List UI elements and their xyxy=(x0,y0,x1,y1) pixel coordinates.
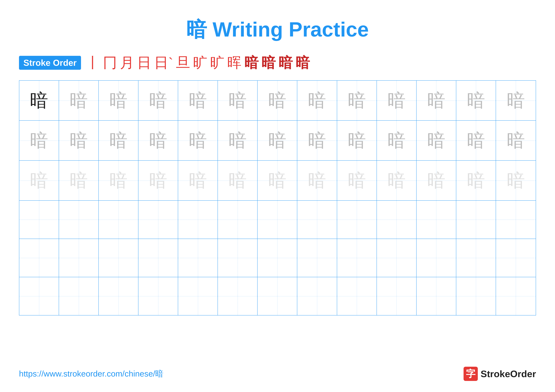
cell-3-8: 暗 xyxy=(297,161,337,200)
cell-1-3: 暗 xyxy=(99,81,139,120)
cell-1-13: 暗 xyxy=(496,81,536,120)
cell-4-7[interactable] xyxy=(258,201,297,239)
footer: https://www.strokeorder.com/chinese/暗 字 … xyxy=(19,367,536,381)
cell-2-5: 暗 xyxy=(178,121,218,160)
cell-5-9[interactable] xyxy=(337,239,377,277)
cell-4-2[interactable] xyxy=(59,201,99,239)
cell-3-7: 暗 xyxy=(258,161,297,200)
stroke-7: 旷 xyxy=(193,53,207,72)
cell-5-8[interactable] xyxy=(297,239,337,277)
grid-row-3: 暗 暗 暗 暗 暗 暗 暗 暗 暗 暗 暗 暗 暗 xyxy=(19,161,536,201)
stroke-order-row: Stroke Order 丨 冂 月 日 日` 旦 旷 旷 晖 暗 暗 暗 暗 xyxy=(19,53,536,72)
char-dark: 暗 xyxy=(30,88,48,113)
cell-5-10[interactable] xyxy=(377,239,416,277)
cell-4-3[interactable] xyxy=(99,201,139,239)
cell-1-10: 暗 xyxy=(377,81,416,120)
cell-1-12: 暗 xyxy=(456,81,496,120)
cell-6-6[interactable] xyxy=(218,277,258,315)
cell-2-1: 暗 xyxy=(19,121,59,160)
stroke-4: 日 xyxy=(137,53,151,72)
cell-6-9[interactable] xyxy=(337,277,377,315)
stroke-3: 月 xyxy=(120,53,134,72)
cell-6-3[interactable] xyxy=(99,277,139,315)
cell-3-5: 暗 xyxy=(178,161,218,200)
cell-1-2: 暗 xyxy=(59,81,99,120)
stroke-12: 暗 xyxy=(278,53,293,72)
cell-1-1: 暗 xyxy=(19,81,59,120)
cell-5-7[interactable] xyxy=(258,239,297,277)
practice-grid: 暗 暗 暗 暗 暗 暗 暗 暗 暗 暗 暗 暗 暗 暗 暗 暗 暗 暗 暗 暗 … xyxy=(19,80,536,315)
strokeorder-icon: 字 xyxy=(464,367,478,381)
grid-row-6 xyxy=(19,277,536,315)
cell-5-11[interactable] xyxy=(416,239,456,277)
cell-4-5[interactable] xyxy=(178,201,218,239)
grid-row-5 xyxy=(19,239,536,277)
footer-logo-text: StrokeOrder xyxy=(481,368,536,379)
cell-2-11: 暗 xyxy=(416,121,456,160)
cell-6-12[interactable] xyxy=(456,277,496,315)
cell-4-9[interactable] xyxy=(337,201,377,239)
stroke-order-badge: Stroke Order xyxy=(19,56,81,70)
cell-3-3: 暗 xyxy=(99,161,139,200)
cell-4-13[interactable] xyxy=(496,201,536,239)
cell-2-3: 暗 xyxy=(99,121,139,160)
grid-row-1: 暗 暗 暗 暗 暗 暗 暗 暗 暗 暗 暗 暗 暗 xyxy=(19,81,536,121)
cell-3-4: 暗 xyxy=(139,161,178,200)
cell-6-11[interactable] xyxy=(416,277,456,315)
cell-1-11: 暗 xyxy=(416,81,456,120)
cell-2-13: 暗 xyxy=(496,121,536,160)
cell-6-2[interactable] xyxy=(59,277,99,315)
cell-6-13[interactable] xyxy=(496,277,536,315)
cell-4-8[interactable] xyxy=(297,201,337,239)
cell-5-6[interactable] xyxy=(218,239,258,277)
cell-1-7: 暗 xyxy=(258,81,297,120)
cell-3-10: 暗 xyxy=(377,161,416,200)
cell-2-2: 暗 xyxy=(59,121,99,160)
cell-1-8: 暗 xyxy=(297,81,337,120)
cell-1-5: 暗 xyxy=(178,81,218,120)
cell-6-7[interactable] xyxy=(258,277,297,315)
cell-5-12[interactable] xyxy=(456,239,496,277)
cell-4-11[interactable] xyxy=(416,201,456,239)
cell-6-4[interactable] xyxy=(139,277,178,315)
stroke-10: 暗 xyxy=(244,53,258,72)
cell-6-10[interactable] xyxy=(377,277,416,315)
footer-logo: 字 StrokeOrder xyxy=(464,367,536,381)
cell-3-11: 暗 xyxy=(416,161,456,200)
cell-2-7: 暗 xyxy=(258,121,297,160)
footer-url: https://www.strokeorder.com/chinese/暗 xyxy=(19,368,163,379)
cell-1-6: 暗 xyxy=(218,81,258,120)
stroke-6: 旦 xyxy=(176,53,190,72)
cell-2-6: 暗 xyxy=(218,121,258,160)
stroke-1: 丨 xyxy=(86,53,100,72)
cell-5-1[interactable] xyxy=(19,239,59,277)
cell-5-5[interactable] xyxy=(178,239,218,277)
stroke-5: 日` xyxy=(154,53,173,72)
cell-4-10[interactable] xyxy=(377,201,416,239)
cell-3-6: 暗 xyxy=(218,161,258,200)
cell-4-4[interactable] xyxy=(139,201,178,239)
grid-row-2: 暗 暗 暗 暗 暗 暗 暗 暗 暗 暗 暗 暗 暗 xyxy=(19,121,536,161)
cell-1-9: 暗 xyxy=(337,81,377,120)
stroke-13: 暗 xyxy=(296,53,310,72)
cell-4-1[interactable] xyxy=(19,201,59,239)
stroke-11: 暗 xyxy=(261,53,276,72)
cell-5-3[interactable] xyxy=(99,239,139,277)
cell-1-4: 暗 xyxy=(139,81,178,120)
cell-6-8[interactable] xyxy=(297,277,337,315)
cell-2-4: 暗 xyxy=(139,121,178,160)
cell-5-13[interactable] xyxy=(496,239,536,277)
cell-3-1: 暗 xyxy=(19,161,59,200)
cell-2-9: 暗 xyxy=(337,121,377,160)
cell-5-4[interactable] xyxy=(139,239,178,277)
cell-6-1[interactable] xyxy=(19,277,59,315)
stroke-order-chars: 丨 冂 月 日 日` 旦 旷 旷 晖 暗 暗 暗 暗 xyxy=(86,53,310,72)
cell-3-13: 暗 xyxy=(496,161,536,200)
cell-6-5[interactable] xyxy=(178,277,218,315)
cell-4-6[interactable] xyxy=(218,201,258,239)
grid-row-4 xyxy=(19,201,536,239)
cell-2-12: 暗 xyxy=(456,121,496,160)
cell-4-12[interactable] xyxy=(456,201,496,239)
cell-5-2[interactable] xyxy=(59,239,99,277)
page: 暗 Writing Practice Stroke Order 丨 冂 月 日 … xyxy=(0,0,555,392)
